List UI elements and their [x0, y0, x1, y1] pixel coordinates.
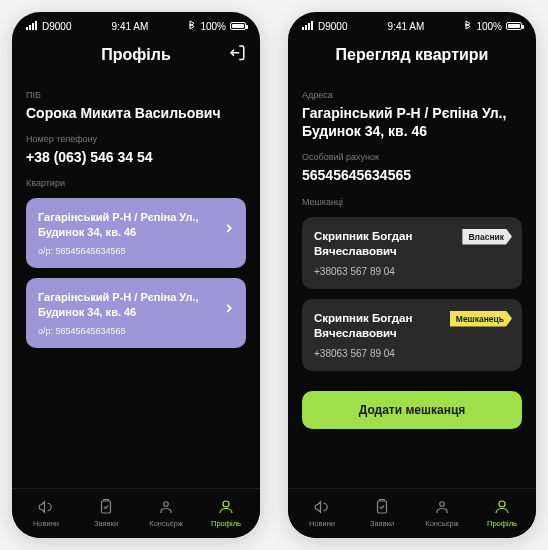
status-bar: D9000 9:41 AM 100%	[288, 12, 536, 36]
apartments-label: Квартири	[26, 178, 246, 188]
address-label: Адреса	[302, 90, 522, 100]
svg-point-6	[499, 501, 505, 507]
battery-text: 100%	[200, 21, 226, 32]
tab-news[interactable]: Новини	[22, 497, 70, 528]
tab-profile[interactable]: Профіль	[478, 497, 526, 528]
resident-card[interactable]: Скрипник Богдан Вячеславович +38063 567 …	[302, 299, 522, 371]
logout-button[interactable]	[228, 44, 246, 66]
phone-label: Номер телефону	[26, 134, 246, 144]
address-value: Гагарінський Р-Н / Рєпіна Ул., Будинок 3…	[302, 104, 522, 140]
header: Перегляд квартири	[288, 36, 536, 78]
svg-point-5	[440, 502, 445, 507]
status-time: 9:41 AM	[388, 21, 425, 32]
megaphone-icon	[36, 497, 56, 517]
account-value: 56545645634565	[302, 166, 522, 184]
svg-point-3	[223, 501, 229, 507]
concierge-icon	[432, 497, 452, 517]
tab-bar: Новини Заявки Консьєрж Профіль	[288, 488, 536, 538]
chevron-right-icon	[222, 301, 236, 319]
signal-icon	[302, 21, 314, 32]
tab-news[interactable]: Новини	[298, 497, 346, 528]
resident-badge: Мешканець	[450, 311, 512, 327]
profile-screen: D9000 9:41 AM 100% Профіль ПІБ Сорока Ми…	[12, 12, 260, 538]
apartment-account: о/р: 56545645634565	[38, 326, 234, 336]
svg-point-2	[164, 502, 169, 507]
resident-phone: +38063 567 89 04	[314, 348, 510, 359]
battery-icon	[230, 22, 246, 30]
battery-icon	[506, 22, 522, 30]
apartment-card[interactable]: Гагарінський Р-Н / Рєпіна Ул., Будинок 3…	[26, 198, 246, 268]
carrier-text: D9000	[318, 21, 347, 32]
profile-icon	[216, 497, 236, 517]
owner-badge: Власник	[462, 229, 512, 245]
apartment-address: Гагарінський Р-Н / Рєпіна Ул., Будинок 3…	[38, 210, 234, 240]
signal-icon	[26, 21, 38, 32]
megaphone-icon	[312, 497, 332, 517]
phone-value: +38 (063) 546 34 54	[26, 148, 246, 166]
apartment-account: о/р: 56545645634565	[38, 246, 234, 256]
fullname-value: Сорока Микита Васильович	[26, 104, 246, 122]
apartment-address: Гагарінський Р-Н / Рєпіна Ул., Будинок 3…	[38, 290, 234, 320]
tab-profile[interactable]: Профіль	[202, 497, 250, 528]
add-resident-button[interactable]: Додати мешканця	[302, 391, 522, 429]
tab-bar: Новини Заявки Консьєрж Профіль	[12, 488, 260, 538]
chevron-right-icon	[222, 222, 236, 240]
clipboard-icon	[372, 497, 392, 517]
resident-card[interactable]: Скрипник Богдан Вячеславович +38063 567 …	[302, 217, 522, 289]
tab-concierge[interactable]: Консьєрж	[142, 497, 190, 528]
tab-concierge[interactable]: Консьєрж	[418, 497, 466, 528]
bluetooth-icon	[464, 20, 472, 32]
apartment-view-screen: D9000 9:41 AM 100% Перегляд квартири Адр…	[288, 12, 536, 538]
concierge-icon	[156, 497, 176, 517]
carrier-text: D9000	[42, 21, 71, 32]
tab-requests[interactable]: Заявки	[358, 497, 406, 528]
fullname-label: ПІБ	[26, 90, 246, 100]
tab-requests[interactable]: Заявки	[82, 497, 130, 528]
residents-label: Мешканці	[302, 197, 522, 207]
header: Профіль	[12, 36, 260, 78]
apartment-card[interactable]: Гагарінський Р-Н / Рєпіна Ул., Будинок 3…	[26, 278, 246, 348]
battery-text: 100%	[476, 21, 502, 32]
profile-icon	[492, 497, 512, 517]
status-time: 9:41 AM	[112, 21, 149, 32]
account-label: Особовий рахунок	[302, 152, 522, 162]
bluetooth-icon	[188, 20, 196, 32]
clipboard-icon	[96, 497, 116, 517]
page-title: Профіль	[101, 46, 171, 64]
page-title: Перегляд квартири	[336, 46, 489, 64]
resident-phone: +38063 567 89 04	[314, 266, 510, 277]
status-bar: D9000 9:41 AM 100%	[12, 12, 260, 36]
